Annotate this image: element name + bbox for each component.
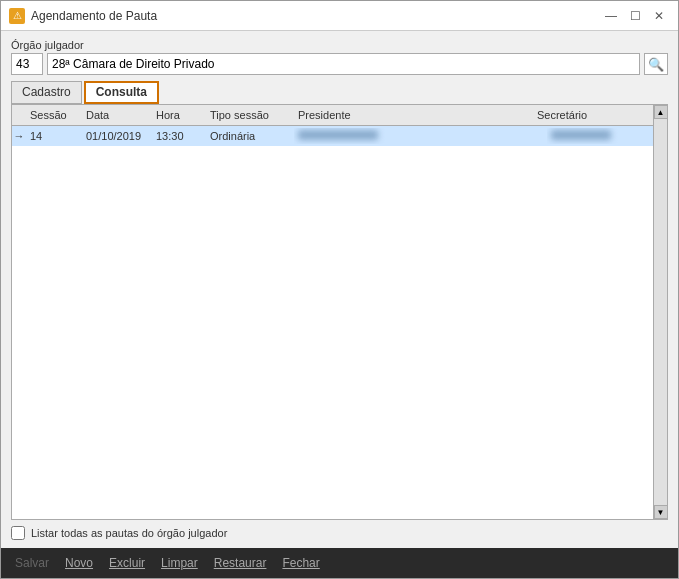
tab-cadastro[interactable]: Cadastro	[11, 81, 82, 104]
scroll-track	[654, 119, 667, 519]
search-button[interactable]: 🔍	[644, 53, 668, 75]
fechar-button[interactable]: Fechar	[276, 554, 325, 572]
row-tipo: Ordinária	[206, 128, 294, 144]
bottom-checkbox-row: Listar todas as pautas do órgão julgador	[11, 520, 668, 544]
col-hora: Hora	[152, 107, 206, 123]
table-header: Sessão Data Hora Tipo sessão Presidente …	[12, 105, 667, 126]
list-all-label: Listar todas as pautas do órgão julgador	[31, 527, 227, 539]
table-row[interactable]: → 14 01/10/2019 13:30 Ordinária	[12, 126, 667, 146]
table-body: → 14 01/10/2019 13:30 Ordinária	[12, 126, 667, 519]
app-icon: ⚠	[9, 8, 25, 24]
row-arrow: →	[12, 128, 26, 144]
title-bar: ⚠ Agendamento de Pauta — ☐ ✕	[1, 1, 678, 31]
row-hora: 13:30	[152, 128, 206, 144]
maximize-button[interactable]: ☐	[624, 5, 646, 27]
tab-consulta[interactable]: Consulta	[84, 81, 159, 104]
toolbar: Salvar Novo Excluir Limpar Restaurar Fec…	[1, 548, 678, 578]
restaurar-button[interactable]: Restaurar	[208, 554, 273, 572]
row-sessao: 14	[26, 128, 82, 144]
col-arrow	[12, 107, 26, 123]
minimize-button[interactable]: —	[600, 5, 622, 27]
orgao-name-input[interactable]	[47, 53, 640, 75]
row-secretario	[547, 128, 667, 144]
scrollbar[interactable]: ▲ ▼	[653, 105, 667, 519]
novo-button[interactable]: Novo	[59, 554, 99, 572]
excluir-button[interactable]: Excluir	[103, 554, 151, 572]
orgao-id-input[interactable]	[11, 53, 43, 75]
col-tipo: Tipo sessão	[206, 107, 294, 123]
scroll-up-arrow[interactable]: ▲	[654, 105, 668, 119]
col-secretario: Secretário	[533, 107, 653, 123]
main-content: Órgão julgador 🔍 Cadastro Consulta Sessã…	[1, 31, 678, 548]
results-table: Sessão Data Hora Tipo sessão Presidente …	[11, 104, 668, 520]
tabs: Cadastro Consulta	[11, 81, 668, 104]
row-presidente	[294, 128, 547, 144]
title-bar-left: ⚠ Agendamento de Pauta	[9, 8, 157, 24]
col-data: Data	[82, 107, 152, 123]
col-presidente: Presidente	[294, 107, 533, 123]
col-sessao: Sessão	[26, 107, 82, 123]
limpar-button[interactable]: Limpar	[155, 554, 204, 572]
window-controls: — ☐ ✕	[600, 5, 670, 27]
list-all-checkbox[interactable]	[11, 526, 25, 540]
orgao-row: 🔍	[11, 53, 668, 75]
window-title: Agendamento de Pauta	[31, 9, 157, 23]
main-window: ⚠ Agendamento de Pauta — ☐ ✕ Órgão julga…	[0, 0, 679, 579]
scroll-down-arrow[interactable]: ▼	[654, 505, 668, 519]
orgao-label: Órgão julgador	[11, 39, 668, 51]
close-button[interactable]: ✕	[648, 5, 670, 27]
salvar-button: Salvar	[9, 554, 55, 572]
row-data: 01/10/2019	[82, 128, 152, 144]
